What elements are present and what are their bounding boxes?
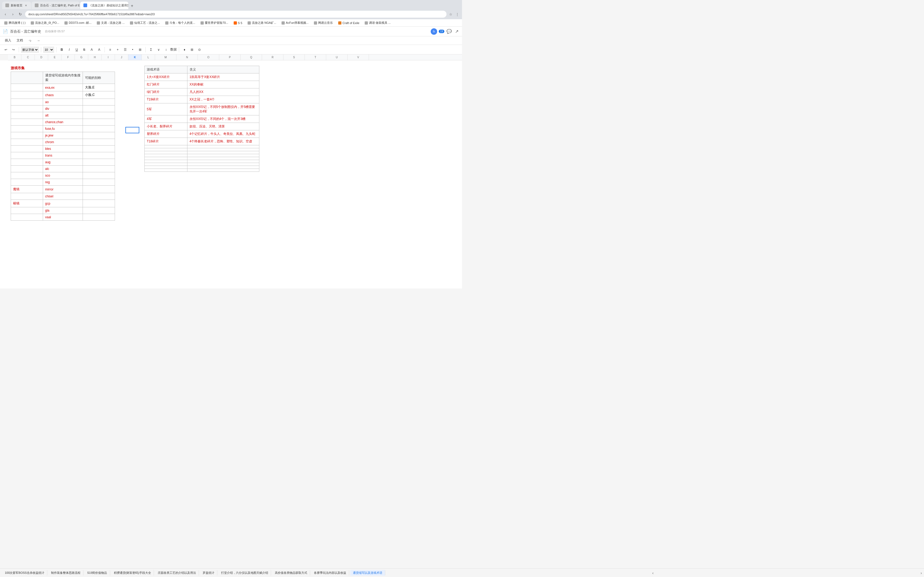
right-table-row-10[interactable] (145, 145, 259, 148)
shape-button[interactable]: ⊙ (196, 47, 203, 53)
bookmark-9[interactable]: 流放之路 NGA矿... (246, 20, 278, 25)
right-table-row-16[interactable] (145, 163, 259, 166)
table-row[interactable]: alt (11, 112, 115, 119)
right-table-row-5[interactable]: 5军 永恒XX印记，不同5个放制图仪内，开5槽需要先开一次4军 (145, 103, 259, 115)
bookmark-2[interactable]: 流放之路_0l_PO... (29, 20, 61, 25)
selected-cell[interactable] (126, 127, 139, 133)
undo-button[interactable]: ↩ (3, 47, 9, 53)
italic-button[interactable]: I (66, 47, 73, 53)
col-header-l[interactable]: L (142, 55, 155, 60)
font-size-select[interactable]: 10 (43, 47, 54, 53)
redo-button[interactable]: ↪ (10, 47, 16, 53)
right-table-row-18[interactable] (145, 169, 259, 172)
right-table-row-2[interactable]: 红门碎片 XX的奉献 (145, 81, 259, 89)
table-row[interactable]: fuse,fu (11, 126, 115, 132)
bookmark-1[interactable]: 腾讯微博 ( | ) (2, 20, 27, 25)
col-header-t[interactable]: T (305, 55, 326, 60)
tab-close-1[interactable]: ✕ (24, 3, 28, 7)
bookmark-craft-of-exile[interactable]: Craft of Exile (336, 21, 362, 25)
col-header-g[interactable]: G (75, 55, 88, 60)
bookmark-6[interactable]: 斗鱼 - 每个人的直... (163, 20, 197, 25)
table-row[interactable]: bles (11, 146, 115, 152)
url-bar[interactable]: docs.qq.com/sheet/DRmdlS0ZNSHl2eHJL?u=76… (25, 11, 446, 18)
right-table-row-7[interactable]: 小长老、裂界碎片 奴役、压迫、灭绝、清算 (145, 123, 259, 131)
table-row[interactable]: chrom (11, 139, 115, 146)
col-header-i[interactable]: I (102, 55, 115, 60)
table-row[interactable]: gla (11, 207, 115, 214)
tab-new-tab[interactable]: 新标签页 ✕ (2, 2, 31, 9)
col-header-f[interactable]: F (61, 55, 75, 60)
menu-insert[interactable]: 插入 (3, 37, 13, 44)
chart-button[interactable]: ⊞ (189, 47, 195, 53)
col-header-o[interactable]: O (198, 55, 219, 60)
settings-icon[interactable]: ⋮ (454, 11, 460, 17)
right-table-row-13[interactable] (145, 154, 259, 157)
col-header-s[interactable]: S (283, 55, 305, 60)
col-header-v[interactable]: V (347, 55, 369, 60)
table-row[interactable]: exa,ex 大脸,E (11, 84, 115, 91)
filter-button[interactable]: ∨ (155, 47, 162, 53)
bookmark-star-icon[interactable]: ☆ (448, 11, 454, 17)
col-header-r[interactable]: R (262, 55, 283, 60)
table-row[interactable]: 棱镜 gcp (11, 200, 115, 207)
freeze-button[interactable]: ↕ (163, 47, 169, 53)
right-table-row-12[interactable] (145, 151, 259, 154)
tab-liufang[interactable]: 《流放之路》基础知识之通用货... ✕ (80, 2, 128, 9)
col-header-m[interactable]: M (155, 55, 176, 60)
forward-button[interactable]: › (10, 11, 16, 18)
bookmark-10[interactable]: AcFun弹幕视频... (279, 20, 311, 25)
share-icon[interactable]: ↗ (454, 29, 459, 34)
right-table-row-9[interactable]: T18碎片 4个终极长老碎片，恐怖、塑性、知识、空虚 (145, 138, 259, 145)
bookmark-7[interactable]: 覆世界炉冒险70... (199, 20, 230, 25)
formula-button[interactable]: Σ (148, 47, 154, 53)
table-row[interactable]: chaos 小脸,C (11, 91, 115, 99)
table-row[interactable]: div (11, 105, 115, 112)
menu-extra2[interactable]: → (35, 38, 42, 44)
col-header-k[interactable]: K (128, 55, 142, 60)
bookmark-3[interactable]: DD373.com -邮... (62, 20, 94, 25)
font-family-select[interactable]: 默认字体 (21, 47, 39, 53)
right-table-row-3[interactable]: 绿门碎片 凡人的XX (145, 89, 259, 96)
back-button[interactable]: ‹ (2, 11, 8, 18)
image-button[interactable]: ♦ (181, 47, 188, 53)
right-table-row-6[interactable]: 4军 永恒XX印记，不同的4个，混一次开3槽 (145, 115, 259, 123)
right-table-row-15[interactable] (145, 160, 259, 163)
bookmark-13[interactable]: 调谐 做装模具 ... (363, 20, 393, 25)
bullet-button[interactable]: • (129, 47, 136, 53)
indent-button[interactable]: + (115, 47, 121, 53)
table-row[interactable]: aug (11, 159, 115, 166)
menu-extra1[interactable]: っ (26, 37, 34, 44)
align-button[interactable]: ≡ (107, 47, 113, 53)
bold-button[interactable]: B (58, 47, 65, 53)
text-color-button[interactable]: A (89, 47, 95, 53)
right-table-row-1[interactable]: 1大=X套XX碎片 1崇高等于X套XX碎片 (145, 73, 259, 81)
bookmark-4[interactable]: 文易 - 流放之路 ... (95, 20, 127, 25)
right-table-row-14[interactable] (145, 157, 259, 160)
col-header-p[interactable]: P (219, 55, 241, 60)
table-row[interactable]: ao (11, 99, 115, 105)
table-row[interactable]: alc (11, 166, 115, 172)
selected-cell-area[interactable] (126, 127, 142, 133)
new-tab-button[interactable]: + (129, 3, 135, 9)
list-button[interactable]: ☰ (122, 47, 128, 53)
col-header-c[interactable]: C (21, 55, 35, 60)
table-row[interactable]: chance,chan (11, 119, 115, 126)
table-row[interactable]: sco (11, 172, 115, 179)
bg-color-button[interactable]: A (96, 47, 102, 53)
right-table-row-17[interactable] (145, 166, 259, 169)
col-header-d[interactable]: D (35, 55, 48, 60)
menu-doc[interactable]: 文档 (15, 37, 25, 44)
table-row[interactable]: trans (11, 152, 115, 159)
col-header-u[interactable]: U (326, 55, 347, 60)
bookmark-5[interactable]: 仙境工艺 - 流放之... (128, 20, 162, 25)
table-row[interactable]: reg (11, 179, 115, 185)
right-table-row-4[interactable]: T19碎片 XX之冠，一套4个 (145, 96, 259, 103)
comment-icon[interactable]: 💬 (446, 29, 452, 34)
col-header-q[interactable]: Q (241, 55, 262, 60)
reload-button[interactable]: ↻ (17, 11, 24, 18)
right-table-row-11[interactable] (145, 148, 259, 151)
tab-baiheshi[interactable]: 百合石 - 流亡编年史, Path of E... ✕ (32, 2, 80, 9)
table-row[interactable]: chisel (11, 193, 115, 200)
bookmark-11[interactable]: 网易云音乐 (312, 20, 335, 25)
underline-button[interactable]: U (74, 47, 80, 53)
